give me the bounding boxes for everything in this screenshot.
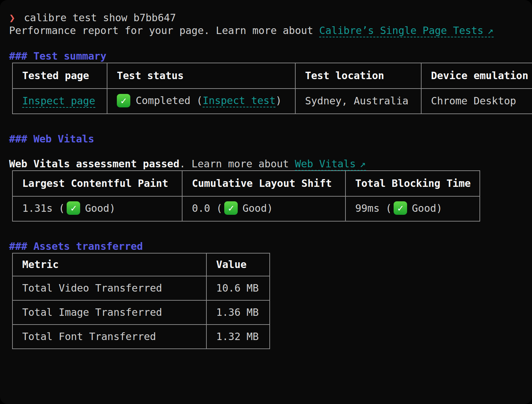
assets-header-row: Metric Value <box>12 253 270 276</box>
open-paren: ( <box>59 202 65 214</box>
external-link-icon: ↗ <box>360 158 366 170</box>
test-summary-row: Inspect page ✓Completed(Inspect test) Sy… <box>12 89 532 114</box>
table-row-image: Total Image Transferred 1.36 MB <box>12 300 270 325</box>
table-row-font: Total Font Transferred 1.32 MB <box>12 325 270 349</box>
column-header-tested-page: Tested page <box>12 63 107 89</box>
status-text: Completed <box>136 95 191 106</box>
single-page-tests-link[interactable]: Calibre’s Single Page Tests↗ <box>319 25 494 37</box>
check-emoji-icon: ✓ <box>117 94 130 107</box>
test-summary-heading: ### Test summary <box>9 50 532 63</box>
lcp-value-cell: 1.31s(✓Good) <box>12 196 182 222</box>
cls-rating: Good <box>242 202 267 214</box>
value-cell: 1.36 MB <box>206 300 270 325</box>
tbt-rating: Good <box>412 202 436 214</box>
tbt-value: 99ms <box>355 202 379 214</box>
column-header-value: Value <box>206 253 270 276</box>
lcp-rating: Good <box>85 202 109 214</box>
web-vitals-header-row: Largest Contentful Paint Cumulative Layo… <box>12 171 480 196</box>
tested-page-cell: Inspect page <box>12 89 107 114</box>
external-link-icon: ↗ <box>488 25 494 36</box>
assets-transferred-heading: ### Assets transferred <box>9 240 532 253</box>
open-paren: ( <box>197 95 203 106</box>
column-header-cls: Cumulative Layout Shift <box>182 171 345 196</box>
test-summary-table: Tested page Test status Test location De… <box>12 63 532 114</box>
value-cell: 10.6 MB <box>206 276 270 300</box>
table-row-video: Total Video Transferred 10.6 MB <box>12 276 270 300</box>
test-location-cell: Sydney, Australia <box>295 89 421 114</box>
tbt-value-cell: 99ms(✓Good) <box>345 196 480 222</box>
metric-cell: Total Font Transferred <box>12 325 206 349</box>
assessment-passed-text: Web Vitals assessment passed <box>9 158 179 170</box>
close-paren: ) <box>109 202 115 214</box>
web-vitals-assessment-line: Web Vitals assessment passed. Learn more… <box>9 158 532 170</box>
single-page-tests-link-label: Calibre’s Single Page Tests <box>319 25 484 36</box>
check-emoji-icon: ✓ <box>394 201 407 215</box>
column-header-device-emulation: Device emulation <box>421 63 532 89</box>
web-vitals-heading: ### Web Vitals <box>9 133 532 145</box>
value-cell: 1.32 MB <box>206 325 270 349</box>
command-text: calibre test show b7bb647 <box>24 12 176 24</box>
check-glyph: ✓ <box>228 202 234 214</box>
cls-value-cell: 0.0(✓Good) <box>182 196 345 222</box>
open-paren: ( <box>386 202 392 214</box>
device-emulation-cell: Chrome Desktop <box>421 89 532 114</box>
column-header-test-status: Test status <box>107 63 295 89</box>
intro-text: Performance report for your page. Learn … <box>9 25 313 36</box>
metric-cell: Total Video Transferred <box>12 276 206 300</box>
web-vitals-link[interactable]: Web Vitals↗ <box>295 158 366 171</box>
check-glyph: ✓ <box>71 202 76 214</box>
prompt-chevron-icon: ❯ <box>9 12 15 24</box>
inspect-test-link[interactable]: Inspect test <box>203 95 276 107</box>
web-vitals-link-label: Web Vitals <box>295 158 356 170</box>
lcp-value: 1.31s <box>22 202 53 214</box>
check-emoji-icon: ✓ <box>67 201 80 215</box>
assessment-rest-text: . Learn more about <box>179 158 289 170</box>
cls-value: 0.0 <box>192 202 210 214</box>
assets-table: Metric Value Total Video Transferred 10.… <box>12 253 270 349</box>
close-paren: ) <box>267 202 273 214</box>
open-paren: ( <box>216 202 222 214</box>
terminal-window: ❯calibre test show b7bb647 Performance r… <box>0 0 532 404</box>
intro-line: Performance report for your page. Learn … <box>9 24 532 37</box>
column-header-metric: Metric <box>12 253 206 276</box>
web-vitals-table: Largest Contentful Paint Cumulative Layo… <box>12 170 480 222</box>
column-header-tbt: Total Blocking Time <box>345 171 480 196</box>
command-line: ❯calibre test show b7bb647 <box>9 11 532 24</box>
close-paren: ) <box>436 202 442 214</box>
close-paren: ) <box>275 95 281 106</box>
check-emoji-icon: ✓ <box>224 201 238 215</box>
test-status-cell: ✓Completed(Inspect test) <box>107 89 295 114</box>
inspect-page-link[interactable]: Inspect page <box>22 95 95 108</box>
check-glyph: ✓ <box>398 202 403 214</box>
web-vitals-values-row: 1.31s(✓Good) 0.0(✓Good) 99ms(✓Good) <box>12 196 480 222</box>
column-header-test-location: Test location <box>295 63 421 89</box>
test-summary-header-row: Tested page Test status Test location De… <box>12 63 532 89</box>
column-header-lcp: Largest Contentful Paint <box>12 171 182 196</box>
check-glyph: ✓ <box>121 94 126 107</box>
metric-cell: Total Image Transferred <box>12 300 206 325</box>
